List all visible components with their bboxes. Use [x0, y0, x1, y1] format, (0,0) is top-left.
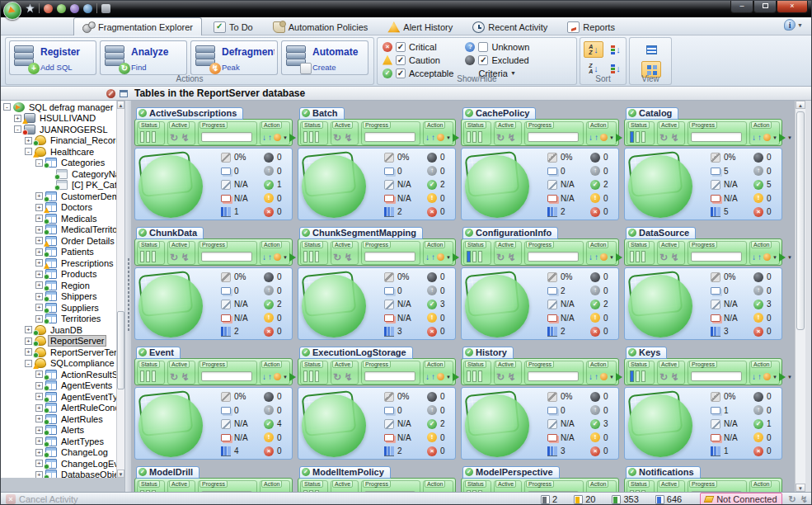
- scroll-up-icon[interactable]: ▲: [117, 101, 124, 109]
- refresh-icon[interactable]: ↻: [496, 371, 505, 383]
- showhide-caution[interactable]: ✓ Caution: [383, 54, 453, 65]
- tree-item-juanrogersl[interactable]: - JUANROGERSL: [1, 124, 116, 135]
- table-name-tab[interactable]: ✓ ActiveSubscriptions: [136, 107, 243, 120]
- compact-icon[interactable]: [437, 134, 444, 141]
- move-down-icon[interactable]: ↓: [752, 252, 756, 263]
- tab-automation-policies[interactable]: Automation Policies: [265, 19, 377, 35]
- lightning-icon[interactable]: ↯: [344, 371, 352, 383]
- lightning-icon[interactable]: ↯: [507, 132, 515, 144]
- table-name-tab[interactable]: ✓ History: [462, 347, 514, 359]
- tab-recent-activity[interactable]: Recent Activity: [464, 19, 556, 35]
- tree-expander[interactable]: +: [25, 137, 32, 144]
- tree-item-sql-defrag-manager[interactable]: - SQL defrag manager: [1, 101, 116, 113]
- table-name-tab[interactable]: ✓ Keys: [626, 347, 667, 359]
- close-button[interactable]: ×: [777, 1, 808, 13]
- move-up-icon[interactable]: ↑: [268, 132, 272, 144]
- sort-status-asc-button[interactable]: ↓: [606, 41, 626, 58]
- refresh-icon[interactable]: ↻: [659, 371, 668, 383]
- stop-icon[interactable]: [106, 89, 115, 98]
- table-name-tab[interactable]: ✓ Notifications: [626, 466, 701, 479]
- compact-icon[interactable]: [763, 134, 771, 141]
- move-down-icon[interactable]: ↓: [262, 132, 266, 144]
- run-icon[interactable]: [779, 373, 786, 381]
- connection-status-badge[interactable]: Not Connected: [700, 493, 781, 505]
- tree-expander[interactable]: +: [35, 315, 43, 323]
- tree-item-alerts[interactable]: + Alerts: [1, 425, 116, 437]
- lightning-icon[interactable]: ↯: [670, 252, 678, 263]
- tree-expander[interactable]: +: [35, 237, 43, 244]
- tree-item-doctors[interactable]: + Doctors: [1, 202, 116, 214]
- tree-item-suppliers[interactable]: + Suppliers: [1, 302, 116, 314]
- move-up-icon[interactable]: ↑: [758, 252, 762, 263]
- tree-expander[interactable]: +: [35, 449, 43, 456]
- lightning-icon[interactable]: ↯: [670, 371, 678, 383]
- move-down-icon[interactable]: ↓: [752, 371, 756, 383]
- table-name-tab[interactable]: ✓ ModelDrill: [136, 466, 199, 479]
- move-down-icon[interactable]: ↓: [589, 132, 593, 144]
- connect-icon[interactable]: ↯: [800, 494, 808, 505]
- compact-icon[interactable]: [600, 373, 608, 380]
- move-up-icon[interactable]: ↑: [431, 371, 435, 383]
- tree-expander[interactable]: +: [35, 304, 43, 311]
- tree-expander[interactable]: +: [35, 382, 43, 389]
- run-icon[interactable]: [779, 253, 786, 262]
- tree-item-changelog[interactable]: + ChangeLog: [1, 447, 116, 459]
- table-name-tab[interactable]: ✓ ModelPerspective: [462, 466, 560, 479]
- automate-button[interactable]: Automate Create automated optimization p…: [281, 40, 368, 75]
- refresh-icon[interactable]: ↻: [659, 252, 668, 263]
- view-list-button[interactable]: [641, 41, 661, 58]
- table-name-tab[interactable]: ✓ DataSource: [626, 227, 696, 239]
- move-down-icon[interactable]: ↓: [425, 371, 429, 383]
- run-icon[interactable]: [289, 253, 296, 262]
- tree-item-hsullivand[interactable]: + HSULLIVAND: [1, 113, 116, 125]
- scrollbar-thumb[interactable]: [117, 311, 124, 389]
- lightning-icon[interactable]: ↯: [507, 371, 515, 383]
- tree-item-categoryname[interactable]: CategoryName: [1, 168, 116, 180]
- tree-item-medicalterritories[interactable]: + MedicalTerritories: [1, 224, 116, 236]
- sort-az-button[interactable]: AZ ↓: [584, 41, 603, 58]
- tree-expander[interactable]: +: [35, 427, 43, 434]
- defragment-button[interactable]: ↯ Defragment Peak performance, reclaim r…: [190, 40, 278, 75]
- refresh-icon[interactable]: ↻: [333, 371, 341, 383]
- refresh-icon[interactable]: ↻: [170, 252, 178, 263]
- move-down-icon[interactable]: ↓: [425, 252, 429, 263]
- refresh-icon[interactable]: ↻: [333, 252, 341, 263]
- lightning-icon[interactable]: ↯: [344, 132, 352, 144]
- tree-item-alertruleconditions[interactable]: + AlertRuleConditions: [1, 403, 116, 414]
- move-down-icon[interactable]: ↓: [589, 252, 593, 263]
- compact-icon[interactable]: [274, 373, 281, 380]
- tree-expander[interactable]: +: [35, 271, 43, 278]
- tree-item-territories[interactable]: + Territories: [1, 314, 116, 325]
- tree-expander[interactable]: +: [35, 471, 43, 478]
- tree-item-prescriptions[interactable]: + Prescriptions: [1, 257, 116, 269]
- move-up-icon[interactable]: ↑: [594, 132, 598, 144]
- tree-expander[interactable]: +: [35, 460, 43, 467]
- tree-item-reportserver[interactable]: + ReportServer: [1, 336, 116, 347]
- refresh-icon[interactable]: ↻: [496, 132, 505, 144]
- tree-expander[interactable]: +: [35, 226, 43, 234]
- tree-expander[interactable]: +: [35, 437, 43, 445]
- move-down-icon[interactable]: ↓: [262, 371, 266, 383]
- compact-icon[interactable]: [274, 134, 281, 141]
- tree-scrollbar[interactable]: ▲ ▼: [116, 101, 124, 478]
- tab-reports[interactable]: Reports: [559, 19, 623, 35]
- policy-icon[interactable]: [70, 4, 79, 13]
- tree-expander[interactable]: -: [14, 125, 21, 133]
- move-up-icon[interactable]: ↑: [594, 371, 598, 383]
- move-up-icon[interactable]: ↑: [268, 371, 272, 383]
- help-button[interactable]: i ▼: [784, 19, 803, 31]
- maximize-button[interactable]: [753, 1, 777, 13]
- tree-expander[interactable]: -: [35, 159, 43, 167]
- tree-item-medicals[interactable]: + Medicals: [1, 213, 116, 224]
- compact-icon[interactable]: [600, 134, 608, 141]
- lightning-icon[interactable]: ↯: [344, 252, 352, 263]
- move-up-icon[interactable]: ↑: [431, 132, 435, 144]
- run-icon[interactable]: [453, 373, 459, 381]
- tree-item-patients[interactable]: + Patients: [1, 247, 116, 258]
- tab-alert-history[interactable]: Alert History: [379, 19, 461, 35]
- scroll-down-icon[interactable]: ▼: [117, 470, 124, 478]
- tree-expander[interactable]: +: [35, 415, 43, 422]
- tree-item-products[interactable]: + Products: [1, 269, 116, 281]
- run-icon[interactable]: [779, 134, 786, 142]
- lightning-icon[interactable]: ↯: [670, 132, 678, 144]
